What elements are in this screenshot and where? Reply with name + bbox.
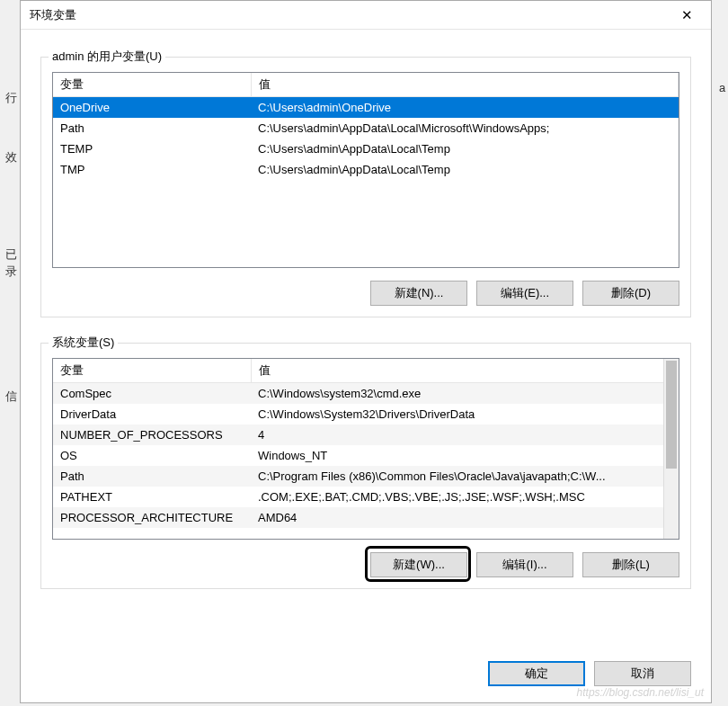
system-vars-legend: 系统变量(S) (49, 335, 118, 351)
cell-value: Windows_NT (251, 445, 679, 466)
cell-variable: OneDrive (53, 97, 251, 118)
system-vars-table: 变量 值 ComSpecC:\Windows\system32\cmd.exeD… (53, 359, 679, 528)
close-icon: ✕ (681, 7, 693, 23)
cell-value: AMD64 (251, 507, 679, 528)
col-header-value[interactable]: 值 (251, 73, 679, 97)
table-row[interactable]: TMPC:\Users\admin\AppData\Local\Temp (53, 159, 679, 180)
window-title: 环境变量 (30, 7, 76, 23)
table-row[interactable]: OSWindows_NT (53, 445, 679, 466)
cell-variable: TMP (53, 159, 251, 180)
user-new-button[interactable]: 新建(N)... (370, 281, 467, 306)
bg-text: 信 (5, 389, 17, 405)
cell-variable: PATHEXT (53, 487, 251, 507)
bg-text: 已 (5, 246, 17, 263)
system-edit-button[interactable]: 编辑(I)... (476, 552, 573, 577)
user-buttons-row: 新建(N)... 编辑(E)... 删除(D) (52, 281, 679, 306)
col-header-variable[interactable]: 变量 (53, 359, 251, 383)
table-row[interactable]: ComSpecC:\Windows\system32\cmd.exe (53, 383, 679, 404)
bg-text: 行 (5, 90, 17, 106)
cell-variable: OS (53, 445, 251, 466)
bg-text: 效 (5, 149, 17, 165)
user-vars-legend: admin 的用户变量(U) (49, 49, 165, 65)
ok-button[interactable]: 确定 (488, 661, 585, 686)
cell-value: 4 (251, 424, 679, 445)
cell-value: C:\Users\admin\AppData\Local\Temp (251, 159, 679, 180)
system-buttons-row: 新建(W)... 编辑(I)... 删除(L) (52, 552, 679, 577)
table-row[interactable]: NUMBER_OF_PROCESSORS4 (53, 424, 679, 445)
cancel-button[interactable]: 取消 (594, 661, 691, 686)
table-row[interactable]: PathC:\Users\admin\AppData\Local\Microso… (53, 118, 679, 139)
col-header-variable[interactable]: 变量 (53, 73, 251, 97)
cell-value: C:\Users\admin\AppData\Local\Temp (251, 139, 679, 159)
table-row[interactable]: PROCESSOR_ARCHITECTUREAMD64 (53, 507, 679, 528)
cell-variable: PROCESSOR_ARCHITECTURE (53, 507, 251, 528)
user-edit-button[interactable]: 编辑(E)... (476, 281, 573, 306)
system-vars-table-wrap[interactable]: 变量 值 ComSpecC:\Windows\system32\cmd.exeD… (52, 358, 679, 540)
scrollbar-thumb[interactable] (666, 361, 677, 469)
table-row[interactable]: DriverDataC:\Windows\System32\Drivers\Dr… (53, 404, 679, 424)
cell-variable: ComSpec (53, 383, 251, 404)
cell-value: C:\Users\admin\OneDrive (251, 97, 679, 118)
user-vars-table-wrap[interactable]: 变量 值 OneDriveC:\Users\admin\OneDrivePath… (52, 72, 679, 268)
close-button[interactable]: ✕ (667, 2, 707, 29)
dialog-content: admin 的用户变量(U) 变量 值 OneDriveC:\Users\adm… (21, 30, 711, 648)
cell-value: C:\Program Files (x86)\Common Files\Orac… (251, 466, 679, 487)
table-row[interactable]: TEMPC:\Users\admin\AppData\Local\Temp (53, 139, 679, 159)
system-vars-group: 系统变量(S) 变量 值 ComSpecC:\Windows\system32\… (40, 343, 691, 589)
cell-variable: DriverData (53, 404, 251, 424)
table-row[interactable]: PATHEXT.COM;.EXE;.BAT;.CMD;.VBS;.VBE;.JS… (53, 487, 679, 507)
environment-variables-dialog: 环境变量 ✕ admin 的用户变量(U) 变量 值 OneDriveC:\Us… (20, 0, 712, 703)
cell-value: .COM;.EXE;.BAT;.CMD;.VBS;.VBE;.JS;.JSE;.… (251, 487, 679, 507)
user-vars-table: 变量 值 OneDriveC:\Users\admin\OneDrivePath… (53, 73, 679, 180)
user-delete-button[interactable]: 删除(D) (582, 281, 679, 306)
system-table-scrollbar[interactable] (663, 359, 679, 539)
system-delete-button[interactable]: 删除(L) (582, 552, 679, 577)
cell-variable: TEMP (53, 139, 251, 159)
user-vars-group: admin 的用户变量(U) 变量 值 OneDriveC:\Users\adm… (40, 57, 691, 317)
cell-value: C:\Windows\system32\cmd.exe (251, 383, 679, 404)
table-row[interactable]: PathC:\Program Files (x86)\Common Files\… (53, 466, 679, 487)
table-row[interactable]: OneDriveC:\Users\admin\OneDrive (53, 97, 679, 118)
col-header-value[interactable]: 值 (251, 359, 679, 383)
bg-text: 录 (5, 264, 17, 280)
titlebar: 环境变量 ✕ (21, 1, 711, 30)
watermark: https://blog.csdn.net/lisi_ut (577, 686, 704, 699)
system-new-button[interactable]: 新建(W)... (370, 552, 467, 577)
cell-variable: Path (53, 118, 251, 139)
cell-value: C:\Users\admin\AppData\Local\Microsoft\W… (251, 118, 679, 139)
cell-variable: NUMBER_OF_PROCESSORS (53, 424, 251, 445)
bg-text: a (719, 81, 725, 94)
cell-value: C:\Windows\System32\Drivers\DriverData (251, 404, 679, 424)
cell-variable: Path (53, 466, 251, 487)
